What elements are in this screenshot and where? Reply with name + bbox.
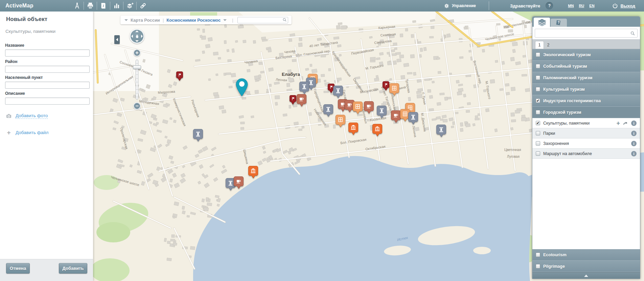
checkbox[interactable] — [536, 64, 540, 68]
cafe-marker[interactable] — [391, 110, 401, 123]
monument-marker[interactable] — [408, 112, 418, 125]
stats-icon[interactable] — [110, 0, 123, 12]
base-map-link[interactable]: Карта России — [131, 18, 160, 23]
district-input[interactable] — [5, 66, 90, 73]
active-layer-link[interactable]: Космоснимки Роскосмос — [166, 18, 221, 23]
checkbox[interactable] — [536, 99, 540, 103]
group-label: Паломнический туризм — [543, 75, 592, 80]
layer-label: Маршрут на автомобиле — [543, 151, 631, 156]
layer-row-Скульптуры, памятники[interactable]: Скульптуры, памятники+i — [532, 118, 640, 128]
zoom-in-button[interactable]: + — [133, 49, 141, 57]
checkbox[interactable] — [536, 87, 540, 91]
frame-marker[interactable] — [353, 102, 363, 114]
monument-marker[interactable] — [436, 125, 446, 137]
layer-row-Маршрут на автомобиле[interactable]: Маршрут на автомобилеi — [532, 149, 640, 159]
monument-marker[interactable] — [299, 82, 309, 94]
cafe-marker[interactable] — [297, 94, 306, 107]
add-file-link[interactable]: + Добавить файл — [5, 130, 48, 135]
search-icon[interactable] — [630, 31, 635, 36]
submit-button[interactable]: Добавить — [59, 263, 87, 274]
name-input[interactable] — [5, 49, 90, 57]
group-row-Ecotourism[interactable]: Ecotourism — [532, 249, 640, 261]
checkbox[interactable] — [536, 141, 540, 146]
route-icon[interactable] — [623, 121, 628, 126]
cancel-button[interactable]: Отмена — [6, 263, 30, 274]
info-icon[interactable]: i — [631, 131, 637, 136]
frame-marker[interactable] — [389, 83, 399, 96]
group-row-Городской туризм[interactable]: Городской туризм — [532, 107, 640, 118]
zoom-out-button[interactable]: − — [133, 102, 141, 110]
info-icon[interactable]: i — [631, 151, 637, 156]
info-icon[interactable]: i — [631, 141, 637, 146]
gear-icon — [444, 3, 450, 9]
chevron-down-icon[interactable] — [223, 19, 227, 21]
chevron-down-icon[interactable] — [124, 19, 128, 21]
checkbox[interactable] — [536, 121, 540, 125]
checkbox[interactable] — [536, 253, 540, 257]
app-logo: ActiveMap — [5, 3, 33, 9]
object-type-subtitle: Скульптуры, памятники — [5, 29, 55, 34]
lang-en[interactable]: EN — [589, 4, 594, 8]
group-row-Паломнический туризм[interactable]: Паломнический туризм — [532, 72, 640, 84]
pan-right-icon[interactable] — [141, 35, 143, 38]
bottom-group-list: EcotourismPilgrimage — [532, 249, 640, 272]
add-layer-icon[interactable] — [123, 0, 136, 12]
pan-left-icon[interactable] — [131, 35, 133, 38]
logout-button[interactable]: Выход — [612, 3, 635, 9]
checkbox[interactable] — [536, 75, 540, 80]
flag-marker[interactable] — [176, 71, 183, 81]
zoom-slider-handle[interactable] — [133, 65, 141, 69]
layers-search-input[interactable] — [535, 29, 638, 38]
group-row-Индустрия гостеприимства[interactable]: Индустрия гостеприимства — [532, 95, 640, 107]
pan-control[interactable] — [130, 29, 144, 44]
guide-icon[interactable]: i — [97, 0, 110, 12]
monument-marker[interactable] — [323, 104, 333, 117]
checkbox[interactable] — [536, 131, 540, 135]
group-row-Культурный туризм[interactable]: Культурный туризм — [532, 84, 640, 95]
help-icon[interactable]: ? — [546, 2, 553, 9]
flag-marker[interactable] — [383, 81, 389, 90]
search-icon[interactable] — [282, 18, 287, 22]
selected-location-pin[interactable] — [236, 78, 248, 98]
page-tab-2[interactable]: 2 — [544, 41, 553, 49]
checkbox[interactable] — [536, 264, 540, 268]
panel-collapse-bar[interactable] — [532, 272, 640, 279]
management-button[interactable]: Управление — [444, 3, 476, 9]
museum-marker[interactable] — [372, 124, 382, 137]
pan-down-icon[interactable] — [135, 40, 139, 42]
link-icon[interactable] — [137, 0, 150, 12]
measure-icon[interactable] — [71, 0, 84, 12]
description-input[interactable] — [5, 98, 90, 105]
map-search-input[interactable] — [237, 17, 288, 23]
museum-marker[interactable] — [248, 166, 258, 179]
lang-ru[interactable]: RU — [579, 4, 584, 8]
page-tabs: 12 — [532, 40, 640, 49]
page-tab-1[interactable]: 1 — [535, 41, 544, 49]
group-row-Событийный туризм[interactable]: Событийный туризм — [532, 61, 640, 72]
cafe-marker[interactable] — [364, 101, 374, 114]
cafe-marker[interactable] — [234, 176, 244, 189]
flag-marker[interactable] — [290, 95, 296, 104]
museum-marker[interactable] — [348, 123, 358, 135]
monument-marker[interactable] — [333, 86, 343, 99]
group-row-Экологический туризм[interactable]: Экологический туризм — [532, 49, 640, 61]
collapse-sidebar-button[interactable] — [114, 35, 120, 44]
pan-up-icon[interactable] — [135, 30, 139, 32]
settlement-input[interactable] — [5, 82, 90, 89]
layers-tab[interactable] — [534, 18, 550, 27]
monument-marker[interactable] — [377, 106, 387, 118]
checkbox[interactable] — [536, 151, 540, 156]
layer-row-Захоронения[interactable]: Захороненияi — [532, 138, 640, 149]
group-row-Pilgrimage[interactable]: Pilgrimage — [532, 261, 640, 272]
lang-mn[interactable]: MN — [568, 4, 574, 8]
layer-row-Парки[interactable]: Паркиi — [532, 128, 640, 138]
legend-tab[interactable]: ? — [551, 19, 567, 27]
print-icon[interactable] — [84, 0, 97, 12]
add-object-icon[interactable]: + — [616, 121, 620, 126]
checkbox[interactable] — [536, 110, 540, 114]
checkbox[interactable] — [536, 52, 540, 57]
add-photo-link[interactable]: Добавить фото — [5, 113, 48, 119]
info-icon[interactable]: i — [631, 121, 637, 126]
frame-marker[interactable] — [336, 115, 345, 128]
monument-marker[interactable] — [193, 129, 203, 142]
